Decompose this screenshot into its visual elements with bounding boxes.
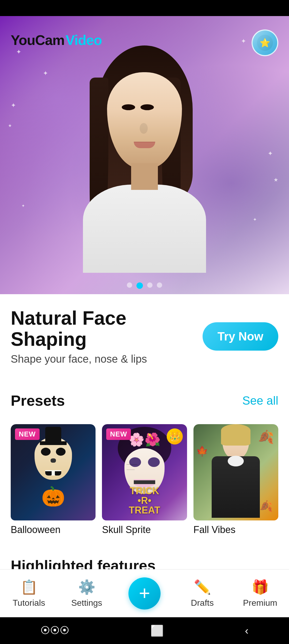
preset-card-ballooween[interactable]: 🎃 NEW Ballooween (11, 424, 96, 535)
preset-card-fall-vibes[interactable]: 🍂 🍁 🍂 Fall Vibes (193, 424, 278, 535)
bottom-nav: 📋 Tutorials ⚙️ Settings + ✏️ Drafts 🎁 Pr… (0, 569, 289, 617)
new-badge-skull: NEW (106, 428, 131, 440)
sparkle-icon: ✦ (21, 203, 25, 208)
nav-item-add[interactable]: + (116, 577, 173, 610)
feature-card: Natural Face Shaping Shape your face, no… (0, 294, 289, 381)
system-nav-back[interactable]: ‹ (234, 622, 259, 639)
feature-text: Natural Face Shaping Shape your face, no… (11, 308, 203, 365)
premium-gift-icon: 🎁 (252, 579, 269, 595)
presets-section-header: Presets See all (0, 381, 289, 424)
premium-label: Premium (243, 598, 277, 608)
presets-grid: 🎃 NEW Ballooween 🌸🌺 (0, 424, 289, 546)
back-icon: ‹ (245, 625, 248, 637)
nav-item-tutorials[interactable]: 📋 Tutorials (0, 579, 58, 608)
new-badge-ballooween: NEW (15, 428, 40, 440)
crown-badge-skull: 👑 (167, 428, 183, 444)
sparkle-icon: ✦ (43, 70, 48, 77)
status-bar (0, 0, 289, 16)
presets-title: Presets (11, 392, 65, 409)
sparkle-icon: ★ (8, 123, 12, 128)
sparkle-icon: ★ (273, 177, 278, 183)
recent-apps-icon: ⦿⦿⦿ (40, 625, 69, 636)
sparkle-icon: ✦ (241, 37, 246, 45)
system-nav-recent[interactable]: ⦿⦿⦿ (30, 622, 80, 639)
premium-avatar-button[interactable]: ⭐ (252, 29, 278, 56)
sparkle-icon: ✦ (268, 150, 273, 157)
add-button[interactable]: + (128, 577, 161, 610)
system-nav-bar: ⦿⦿⦿ ⬜ ‹ (0, 617, 289, 644)
preset-name-ballooween: Ballooween (11, 524, 96, 535)
add-icon: + (139, 583, 150, 603)
drafts-icon: ✏️ (194, 579, 211, 595)
star-icon: ⭐ (260, 38, 270, 48)
logo-youcam: YouCam (11, 32, 64, 48)
carousel-dots (127, 282, 162, 289)
carousel-dot-1[interactable] (127, 282, 132, 288)
carousel-dot-3[interactable] (147, 282, 153, 288)
feature-subtitle: Shape your face, nose & lips (11, 353, 203, 365)
drafts-label: Drafts (191, 598, 214, 608)
nav-item-drafts[interactable]: ✏️ Drafts (173, 579, 231, 608)
settings-label: Settings (71, 598, 102, 608)
nav-item-premium[interactable]: 🎁 Premium (231, 579, 289, 608)
preset-name-skull-sprite: Skull Sprite (102, 524, 187, 535)
system-nav-home[interactable]: ⬜ (140, 622, 174, 640)
preset-card-skull-sprite[interactable]: 🌸🌺 TRICK•R•TREAT NEW 👑 (102, 424, 187, 535)
nav-item-settings[interactable]: ⚙️ Settings (58, 579, 116, 608)
sparkle-icon: ✦ (16, 48, 21, 56)
tutorials-label: Tutorials (13, 598, 45, 608)
carousel-dot-2[interactable] (136, 282, 143, 289)
logo-video: Video (66, 32, 102, 48)
sparkle-icon: ✦ (253, 217, 257, 223)
carousel-dot-4[interactable] (157, 282, 162, 288)
see-all-link[interactable]: See all (242, 394, 278, 407)
try-now-button[interactable]: Try Now (203, 322, 278, 351)
crown-icon: 👑 (169, 431, 180, 442)
hero-section: ✦ ✦ ✦ ✦ ✦ ✦ ✦ ★ ★ YouCam Video ⭐ (0, 16, 289, 294)
home-icon: ⬜ (150, 624, 164, 637)
preset-name-fall-vibes: Fall Vibes (193, 524, 278, 535)
settings-icon: ⚙️ (78, 579, 96, 595)
feature-title: Natural Face Shaping (11, 308, 203, 350)
app-logo: YouCam Video (11, 32, 102, 48)
sparkle-icon: ✦ (11, 102, 16, 109)
tutorials-icon: 📋 (20, 579, 38, 595)
hero-person-image (59, 45, 230, 273)
